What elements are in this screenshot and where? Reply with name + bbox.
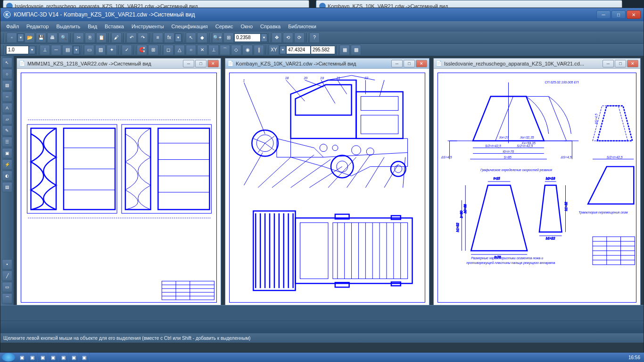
start-button[interactable]: [2, 353, 15, 362]
child-titlebar[interactable]: 📄 MMM1M1_KZS_1218_VAR22.cdw ->Системный …: [17, 58, 221, 69]
child-titlebar[interactable]: 📄 Issledovanie_rezhuschego_apparata_KZS_…: [434, 58, 640, 69]
hatch-button[interactable]: ▨: [95, 45, 106, 55]
ortho-button[interactable]: ⊥: [40, 45, 50, 55]
snap-toggle-button[interactable]: ✓: [122, 45, 132, 55]
extra-b-button[interactable]: ▩: [351, 45, 361, 55]
manager-button[interactable]: ≡: [153, 33, 163, 43]
clock[interactable]: 16:56: [625, 355, 644, 360]
preview-button[interactable]: 🔍: [58, 33, 69, 43]
menu-tools[interactable]: Инструменты: [128, 22, 168, 31]
document-area[interactable]: [17, 69, 221, 305]
side-assy-button[interactable]: ☰: [2, 137, 12, 147]
side-geom-button[interactable]: ○: [2, 69, 12, 79]
menu-view[interactable]: Вид: [84, 22, 101, 31]
style-button[interactable]: ▭: [84, 45, 94, 55]
snap-int-button[interactable]: ✕: [197, 45, 207, 55]
snap-center-button[interactable]: ○: [186, 45, 196, 55]
task-item[interactable]: ▣: [69, 353, 79, 362]
menu-service[interactable]: Сервис: [212, 22, 237, 31]
close-button[interactable]: ✕: [627, 10, 641, 19]
snap-mid-button[interactable]: △: [174, 45, 185, 55]
minimize-button[interactable]: ─: [596, 10, 611, 19]
task-item[interactable]: ▣: [48, 353, 58, 362]
side-spec-button[interactable]: ▤: [2, 182, 12, 192]
vars-dropdown[interactable]: ▼: [175, 33, 182, 42]
paste-button[interactable]: 📋: [96, 33, 107, 43]
document-area[interactable]: S/2=t=42,5 S/2=t=42,5 t0=t=76 S=85 ΔS=4,…: [434, 69, 640, 305]
new-button[interactable]: ▫: [7, 33, 17, 43]
child-close-button[interactable]: ✕: [416, 60, 427, 67]
child-maximize-button[interactable]: □: [404, 60, 415, 67]
side-note-button[interactable]: ▱: [2, 114, 12, 124]
menu-insert[interactable]: Вставка: [101, 22, 128, 31]
child-close-button[interactable]: ✕: [207, 60, 219, 67]
brush-button[interactable]: 🖌: [111, 33, 122, 43]
side-param-button[interactable]: ◐: [2, 171, 12, 181]
coord-y-input[interactable]: [311, 46, 335, 54]
extra-a-button[interactable]: ▦: [339, 45, 350, 55]
snap-near-button[interactable]: ◇: [231, 45, 241, 55]
zoom-input[interactable]: [234, 33, 261, 42]
task-item[interactable]: ▣: [38, 353, 48, 362]
layer-dropdown[interactable]: ▼: [73, 46, 80, 54]
snap-tang-button[interactable]: ⌒: [220, 45, 230, 55]
snap-par-button[interactable]: ∥: [254, 45, 264, 55]
tool-a-button[interactable]: ◆: [197, 33, 207, 43]
task-item[interactable]: ▣: [79, 353, 90, 362]
snap-node-button[interactable]: ◉: [242, 45, 253, 55]
scale-input[interactable]: [6, 46, 29, 54]
snap-perp-button[interactable]: ⊥: [208, 45, 219, 55]
zoom-dropdown[interactable]: ▼: [261, 33, 267, 42]
menu-help[interactable]: Справка: [256, 22, 284, 31]
side-view-button[interactable]: ▣: [2, 148, 12, 158]
child-minimize-button[interactable]: ─: [603, 60, 614, 67]
side-line-button[interactable]: ╱: [2, 271, 12, 281]
menu-editor[interactable]: Редактор: [23, 22, 52, 31]
side-hatch-button[interactable]: ▨: [2, 80, 12, 90]
help-button[interactable]: ?: [309, 33, 320, 43]
child-titlebar[interactable]: 📄 Kombayn_KZS_10K_VAR21.cdw ->Системный …: [225, 58, 429, 69]
side-select-button[interactable]: ↖: [2, 58, 12, 68]
coord-x-input[interactable]: [286, 46, 311, 54]
open-button[interactable]: 📂: [25, 33, 35, 43]
zoom-window-button[interactable]: 🔍+: [212, 33, 223, 43]
side-dim-button[interactable]: ↔: [2, 91, 12, 102]
child-minimize-button[interactable]: ─: [391, 60, 403, 67]
side-measure-button[interactable]: ⚡: [2, 159, 12, 170]
menu-file[interactable]: Файл: [2, 22, 23, 31]
save-button[interactable]: 💾: [36, 33, 46, 43]
task-item[interactable]: ▣: [17, 353, 27, 362]
snap-end-button[interactable]: ◻: [163, 45, 173, 55]
menu-libs[interactable]: Библиотеки: [284, 22, 320, 31]
zoom-fit-button[interactable]: ⊞: [223, 33, 234, 43]
zoom-prev-button[interactable]: ⟲: [283, 33, 293, 43]
type-button[interactable]: ─: [51, 45, 61, 55]
pan-button[interactable]: ✥: [272, 33, 282, 43]
cursor-button[interactable]: ↖: [186, 33, 196, 43]
vars-button[interactable]: fх: [164, 33, 174, 43]
maximize-button[interactable]: □: [611, 10, 626, 19]
layer-button[interactable]: ▤: [62, 45, 73, 55]
task-item[interactable]: ▣: [27, 353, 38, 362]
copy-button[interactable]: ⎘: [85, 33, 95, 43]
print-button[interactable]: 🖶: [47, 33, 58, 43]
cut-button[interactable]: ✂: [74, 33, 84, 43]
menu-select[interactable]: Выделить: [52, 22, 84, 31]
side-point-button[interactable]: •: [2, 259, 12, 270]
side-rect-button[interactable]: ▭: [2, 282, 12, 292]
task-item[interactable]: ▣: [58, 353, 69, 362]
child-minimize-button[interactable]: ─: [183, 60, 194, 67]
magnet-button[interactable]: 🧲: [137, 45, 147, 55]
menu-window[interactable]: Окно: [237, 22, 256, 31]
new-dropdown[interactable]: ▼: [17, 33, 24, 42]
undo-button[interactable]: ↶: [126, 33, 137, 43]
child-close-button[interactable]: ✕: [627, 60, 638, 67]
side-text-button[interactable]: A: [2, 103, 12, 113]
document-area[interactable]: 1 18 20 19 21 22: [225, 69, 429, 305]
refresh-button[interactable]: ⟳: [294, 33, 305, 43]
grid-button[interactable]: ⊞: [148, 45, 158, 55]
coord-dropdown[interactable]: ▼: [280, 46, 286, 54]
side-arc-button[interactable]: ⌒: [2, 293, 12, 304]
child-maximize-button[interactable]: □: [195, 60, 206, 67]
side-edit-button[interactable]: ✎: [2, 125, 12, 136]
